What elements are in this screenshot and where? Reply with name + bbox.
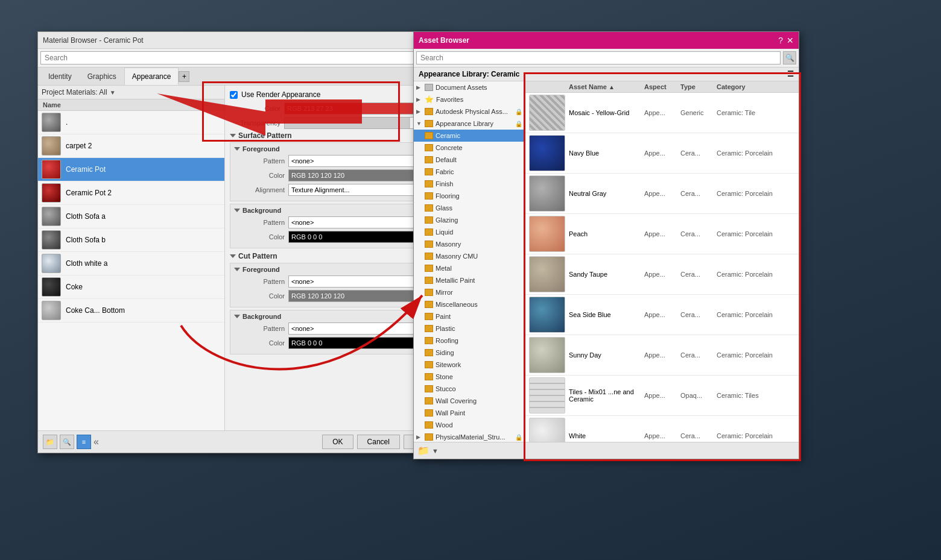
tree-item-physical-1[interactable]: ▶ PhysicalMaterial_Stru... 🔒 — [414, 431, 525, 442]
tab-add-button[interactable]: + — [179, 71, 189, 82]
expand-icon — [416, 205, 422, 211]
asset-item-sandy-taupe[interactable]: Sandy Taupe Appe... Cera... Ceramic: Por… — [525, 254, 799, 295]
ok-button[interactable]: OK — [322, 435, 353, 449]
tree-item-masonry[interactable]: Masonry — [414, 238, 525, 250]
asset-search-button[interactable]: 🔍 — [783, 51, 796, 64]
cut-bg-color-row: Color RGB 0 0 0 — [234, 337, 438, 349]
asset-item-mosaic[interactable]: Mosaic - Yellow-Grid Appe... Generic Cer… — [525, 93, 799, 133]
tree-item-roofing[interactable]: Roofing — [414, 335, 525, 347]
tree-item-label: Default — [436, 156, 457, 163]
asset-item-navy-blue[interactable]: Navy Blue Appe... Cera... Ceramic: Porce… — [525, 133, 799, 174]
expand-icon: ▶ — [416, 96, 422, 102]
list-item[interactable]: Ceramic Pot 2 — [38, 181, 224, 205]
asset-item-sunny-day[interactable]: Sunny Day Appe... Cera... Ceramic: Porce… — [525, 335, 799, 376]
tree-item-autodesk-physical[interactable]: ▶ Autodesk Physical Ass... 🔒 — [414, 105, 525, 118]
use-render-appearance-checkbox[interactable] — [230, 91, 238, 99]
tree-item-ceramic[interactable]: Ceramic — [414, 130, 525, 142]
asset-browser-titlebar: Asset Browser ? ✕ — [414, 32, 799, 49]
tab-graphics[interactable]: Graphics — [80, 68, 124, 85]
triangle-icon — [234, 147, 240, 151]
list-item[interactable]: carpet 2 — [38, 134, 224, 158]
asset-close-button[interactable]: ✕ — [787, 36, 794, 45]
tree-item-paint[interactable]: Paint — [414, 310, 525, 322]
list-item[interactable]: Coke — [38, 275, 224, 299]
folder-icon — [425, 216, 433, 224]
search-input[interactable] — [40, 51, 429, 64]
tree-item-stucco[interactable]: Stucco — [414, 383, 525, 395]
list-item[interactable]: . — [38, 111, 224, 134]
tree-item-label: Metal — [436, 265, 452, 272]
col-header-thumb — [529, 83, 569, 90]
tree-item-glass[interactable]: Glass — [414, 202, 525, 214]
asset-search-input[interactable] — [416, 51, 781, 64]
folder-icon — [425, 120, 433, 127]
asset-item-tiles-mix[interactable]: Tiles - Mix01 ...ne and Ceramic Appe... … — [525, 376, 799, 416]
material-name: Coke — [66, 283, 221, 291]
tree-item-siding[interactable]: Siding — [414, 347, 525, 359]
tree-item-flooring[interactable]: Flooring — [414, 190, 525, 202]
asset-name: Mosaic - Yellow-Grid — [569, 109, 644, 116]
collapse-icon[interactable]: « — [93, 436, 99, 447]
tab-appearance[interactable]: Appearance — [124, 68, 179, 85]
fg-pattern-label: Pattern — [234, 157, 288, 165]
project-filter[interactable]: Project Materials: All ▼ — [38, 86, 224, 99]
tree-item-wood[interactable]: Wood — [414, 419, 525, 431]
fg-color-row: Color RGB 120 120 120 — [234, 169, 438, 181]
tree-item-sitework[interactable]: Sitework — [414, 359, 525, 371]
mat-list-header: Name — [38, 99, 224, 111]
asset-item-peach[interactable]: Peach Appe... Cera... Ceramic: Porcelain — [525, 214, 799, 254]
expand-icon — [416, 313, 422, 319]
tree-item-stone[interactable]: Stone — [414, 371, 525, 383]
list-item[interactable]: Cloth Sofa b — [38, 228, 224, 252]
tree-item-label: Masonry CMU — [436, 253, 478, 260]
asset-browser-bottom-bar: 📁 ▼ — [414, 442, 799, 459]
asset-type: Cera... — [680, 311, 717, 318]
col-header-type[interactable]: Type — [680, 83, 717, 90]
asset-item-neutral-gray[interactable]: Neutral Gray Appe... Cera... Ceramic: Po… — [525, 174, 799, 214]
tree-item-mirror[interactable]: Mirror — [414, 286, 525, 298]
cut-foreground-section: Foreground Pattern <none> Color RGB 120 … — [230, 263, 442, 307]
asset-help-button[interactable]: ? — [778, 36, 783, 45]
tree-item-masonry-cmu[interactable]: Masonry CMU — [414, 250, 525, 262]
list-icon-button[interactable]: ≡ — [77, 435, 91, 449]
tree-item-document-assets[interactable]: ▶ Document Assets — [414, 81, 525, 93]
library-header: Appearance Library: Ceramic ☰ — [414, 68, 799, 81]
list-item[interactable]: Cloth Sofa a — [38, 205, 224, 228]
cancel-button[interactable]: Cancel — [357, 435, 400, 449]
asset-item-white[interactable]: White Appe... Cera... Ceramic: Porcelain — [525, 416, 799, 442]
tree-item-miscellaneous[interactable]: Miscellaneous — [414, 298, 525, 310]
asset-item-sea-side-blue[interactable]: Sea Side Blue Appe... Cera... Ceramic: P… — [525, 295, 799, 335]
list-item[interactable]: Coke Ca... Bottom — [38, 299, 224, 322]
tree-item-glazing[interactable]: Glazing — [414, 214, 525, 226]
tree-item-metal[interactable]: Metal — [414, 262, 525, 274]
tree-item-plastic[interactable]: Plastic — [414, 322, 525, 335]
expand-icon — [416, 410, 422, 416]
col-header-aspect[interactable]: Aspect — [644, 83, 680, 90]
list-view-toggle[interactable]: ☰ — [787, 70, 794, 78]
tree-item-appearance-library[interactable]: ▼ Appearance Library 🔒 — [414, 118, 525, 130]
expand-icon — [416, 133, 422, 139]
tree-item-finish[interactable]: Finish — [414, 178, 525, 190]
search-icon-button[interactable]: 🔍 — [60, 435, 74, 449]
materials-list[interactable]: . carpet 2 Ceramic Pot Ceramic Pot 2 Clo… — [38, 111, 224, 430]
tree-item-concrete[interactable]: Concrete — [414, 142, 525, 154]
tree-item-favorites[interactable]: ▶ ⭐ Favorites — [414, 93, 525, 105]
tree-item-liquid[interactable]: Liquid — [414, 226, 525, 238]
list-item[interactable]: Cloth white a — [38, 252, 224, 275]
col-header-name[interactable]: Asset Name ▲ — [569, 83, 644, 90]
library-tree[interactable]: ▶ Document Assets ▶ ⭐ Favorites ▶ Autode… — [414, 81, 525, 442]
col-header-category[interactable]: Category — [717, 83, 795, 90]
tree-item-fabric[interactable]: Fabric — [414, 166, 525, 178]
tree-item-metallic-paint[interactable]: Metallic Paint — [414, 274, 525, 286]
tree-item-wall-covering[interactable]: Wall Covering — [414, 395, 525, 407]
asset-thumbnail — [529, 418, 565, 442]
add-icon-button[interactable]: 📁 — [417, 445, 429, 456]
dropdown-arrow-icon: ▼ — [110, 89, 116, 96]
tree-item-wall-paint[interactable]: Wall Paint — [414, 407, 525, 419]
tab-identity[interactable]: Identity — [40, 68, 80, 85]
asset-aspect: Appe... — [644, 230, 680, 238]
list-item-ceramic-pot[interactable]: Ceramic Pot — [38, 158, 224, 181]
tree-item-default[interactable]: Default — [414, 154, 525, 166]
folder-icon-button[interactable]: 📁 — [43, 435, 57, 449]
folder-icon — [425, 132, 433, 139]
